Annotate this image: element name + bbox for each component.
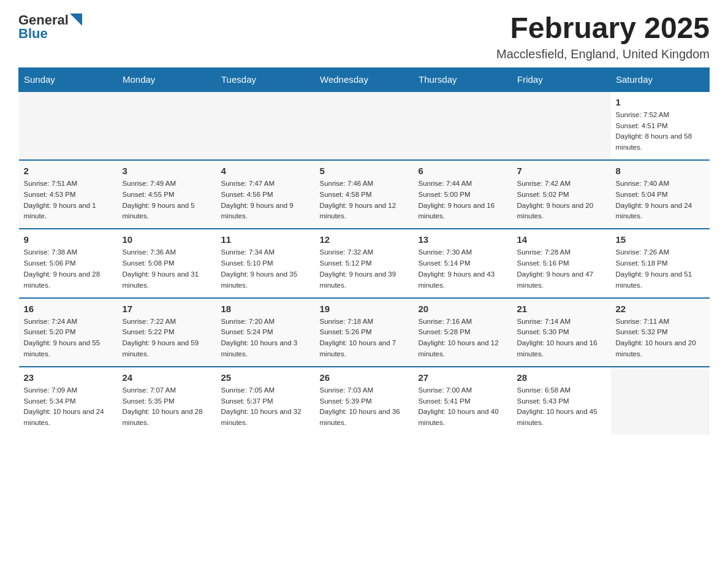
calendar-cell: 22Sunrise: 7:11 AMSunset: 5:32 PMDayligh…: [611, 298, 710, 367]
day-info: Sunrise: 7:47 AMSunset: 4:56 PMDaylight:…: [221, 178, 310, 222]
day-info: Sunrise: 7:40 AMSunset: 5:04 PMDaylight:…: [616, 178, 705, 222]
day-number: 21: [517, 304, 606, 314]
day-number: 9: [24, 234, 113, 245]
calendar-cell: 2Sunrise: 7:51 AMSunset: 4:53 PMDaylight…: [19, 160, 118, 229]
svg-marker-0: [70, 13, 82, 26]
day-number: 8: [616, 166, 705, 176]
day-number: 19: [320, 304, 409, 314]
day-info: Sunrise: 7:14 AMSunset: 5:30 PMDaylight:…: [517, 316, 606, 360]
day-info: Sunrise: 7:18 AMSunset: 5:26 PMDaylight:…: [320, 316, 409, 360]
calendar-cell: 3Sunrise: 7:49 AMSunset: 4:55 PMDaylight…: [118, 160, 216, 229]
day-info: Sunrise: 7:44 AMSunset: 5:00 PMDaylight:…: [419, 178, 507, 222]
calendar-cell: 21Sunrise: 7:14 AMSunset: 5:30 PMDayligh…: [512, 298, 611, 367]
logo-arrow-icon: [70, 13, 82, 26]
weekday-header-tuesday: Tuesday: [216, 67, 315, 91]
calendar-subtitle: Macclesfield, England, United Kingdom: [496, 47, 710, 61]
calendar-week-row: 23Sunrise: 7:09 AMSunset: 5:34 PMDayligh…: [19, 367, 710, 435]
day-number: 28: [517, 372, 606, 383]
calendar-cell: 27Sunrise: 7:00 AMSunset: 5:41 PMDayligh…: [414, 367, 512, 435]
day-info: Sunrise: 7:38 AMSunset: 5:06 PMDaylight:…: [24, 247, 113, 291]
day-info: Sunrise: 7:24 AMSunset: 5:20 PMDaylight:…: [24, 316, 113, 360]
day-info: Sunrise: 7:32 AMSunset: 5:12 PMDaylight:…: [320, 247, 409, 291]
calendar-cell: 9Sunrise: 7:38 AMSunset: 5:06 PMDaylight…: [19, 229, 118, 297]
calendar-week-row: 2Sunrise: 7:51 AMSunset: 4:53 PMDaylight…: [19, 160, 710, 229]
calendar-cell: [611, 367, 710, 435]
calendar-cell: 25Sunrise: 7:05 AMSunset: 5:37 PMDayligh…: [216, 367, 315, 435]
calendar-cell: 7Sunrise: 7:42 AMSunset: 5:02 PMDaylight…: [512, 160, 611, 229]
day-number: 18: [221, 304, 310, 314]
day-info: Sunrise: 7:42 AMSunset: 5:02 PMDaylight:…: [517, 178, 606, 222]
day-number: 6: [419, 166, 507, 176]
day-number: 14: [517, 234, 606, 245]
day-info: Sunrise: 7:20 AMSunset: 5:24 PMDaylight:…: [221, 316, 310, 360]
day-number: 12: [320, 234, 409, 245]
weekday-header-friday: Friday: [512, 67, 611, 91]
calendar-cell: 17Sunrise: 7:22 AMSunset: 5:22 PMDayligh…: [118, 298, 216, 367]
day-info: Sunrise: 7:03 AMSunset: 5:39 PMDaylight:…: [320, 385, 409, 429]
calendar-week-row: 16Sunrise: 7:24 AMSunset: 5:20 PMDayligh…: [19, 298, 710, 367]
calendar-week-row: 1Sunrise: 7:52 AMSunset: 4:51 PMDaylight…: [19, 91, 710, 160]
logo: General Blue: [18, 12, 82, 42]
calendar-cell: [216, 91, 315, 160]
weekday-header-thursday: Thursday: [414, 67, 512, 91]
day-number: 7: [517, 166, 606, 176]
day-info: Sunrise: 7:09 AMSunset: 5:34 PMDaylight:…: [24, 385, 113, 429]
calendar-body: 1Sunrise: 7:52 AMSunset: 4:51 PMDaylight…: [19, 91, 710, 435]
day-info: Sunrise: 7:49 AMSunset: 4:55 PMDaylight:…: [123, 178, 211, 222]
title-block: February 2025 Macclesfield, England, Uni…: [496, 12, 710, 61]
day-info: Sunrise: 7:16 AMSunset: 5:28 PMDaylight:…: [419, 316, 507, 360]
day-number: 20: [419, 304, 507, 314]
day-number: 25: [221, 372, 310, 383]
day-info: Sunrise: 7:07 AMSunset: 5:35 PMDaylight:…: [123, 385, 211, 429]
day-info: Sunrise: 7:52 AMSunset: 4:51 PMDaylight:…: [616, 110, 705, 153]
day-number: 26: [320, 372, 409, 383]
calendar-cell: [315, 91, 414, 160]
day-number: 4: [221, 166, 310, 176]
calendar-cell: 6Sunrise: 7:44 AMSunset: 5:00 PMDaylight…: [414, 160, 512, 229]
weekday-header-row: SundayMondayTuesdayWednesdayThursdayFrid…: [19, 67, 710, 91]
logo-blue-text: Blue: [18, 26, 48, 42]
calendar-cell: 11Sunrise: 7:34 AMSunset: 5:10 PMDayligh…: [216, 229, 315, 297]
day-info: Sunrise: 7:46 AMSunset: 4:58 PMDaylight:…: [320, 178, 409, 222]
day-number: 5: [320, 166, 409, 176]
calendar-week-row: 9Sunrise: 7:38 AMSunset: 5:06 PMDaylight…: [19, 229, 710, 297]
calendar-cell: 14Sunrise: 7:28 AMSunset: 5:16 PMDayligh…: [512, 229, 611, 297]
day-info: Sunrise: 6:58 AMSunset: 5:43 PMDaylight:…: [517, 385, 606, 429]
calendar-table: SundayMondayTuesdayWednesdayThursdayFrid…: [18, 67, 710, 435]
calendar-cell: 24Sunrise: 7:07 AMSunset: 5:35 PMDayligh…: [118, 367, 216, 435]
calendar-cell: [19, 91, 118, 160]
calendar-cell: [512, 91, 611, 160]
day-info: Sunrise: 7:00 AMSunset: 5:41 PMDaylight:…: [419, 385, 507, 429]
calendar-header: SundayMondayTuesdayWednesdayThursdayFrid…: [19, 67, 710, 91]
day-info: Sunrise: 7:22 AMSunset: 5:22 PMDaylight:…: [123, 316, 211, 360]
calendar-cell: 8Sunrise: 7:40 AMSunset: 5:04 PMDaylight…: [611, 160, 710, 229]
day-info: Sunrise: 7:05 AMSunset: 5:37 PMDaylight:…: [221, 385, 310, 429]
day-number: 11: [221, 234, 310, 245]
calendar-cell: 1Sunrise: 7:52 AMSunset: 4:51 PMDaylight…: [611, 91, 710, 160]
calendar-cell: 20Sunrise: 7:16 AMSunset: 5:28 PMDayligh…: [414, 298, 512, 367]
day-number: 15: [616, 234, 705, 245]
day-number: 16: [24, 304, 113, 314]
day-number: 10: [123, 234, 211, 245]
calendar-cell: 23Sunrise: 7:09 AMSunset: 5:34 PMDayligh…: [19, 367, 118, 435]
calendar-cell: 4Sunrise: 7:47 AMSunset: 4:56 PMDaylight…: [216, 160, 315, 229]
day-info: Sunrise: 7:51 AMSunset: 4:53 PMDaylight:…: [24, 178, 113, 222]
day-number: 1: [616, 97, 705, 107]
day-info: Sunrise: 7:36 AMSunset: 5:08 PMDaylight:…: [123, 247, 211, 291]
day-number: 2: [24, 166, 113, 176]
day-info: Sunrise: 7:26 AMSunset: 5:18 PMDaylight:…: [616, 247, 705, 291]
day-info: Sunrise: 7:34 AMSunset: 5:10 PMDaylight:…: [221, 247, 310, 291]
calendar-cell: [414, 91, 512, 160]
calendar-cell: 28Sunrise: 6:58 AMSunset: 5:43 PMDayligh…: [512, 367, 611, 435]
calendar-cell: 19Sunrise: 7:18 AMSunset: 5:26 PMDayligh…: [315, 298, 414, 367]
weekday-header-saturday: Saturday: [611, 67, 710, 91]
day-info: Sunrise: 7:28 AMSunset: 5:16 PMDaylight:…: [517, 247, 606, 291]
day-number: 23: [24, 372, 113, 383]
day-number: 27: [419, 372, 507, 383]
calendar-cell: 16Sunrise: 7:24 AMSunset: 5:20 PMDayligh…: [19, 298, 118, 367]
day-number: 13: [419, 234, 507, 245]
day-number: 22: [616, 304, 705, 314]
day-number: 17: [123, 304, 211, 314]
weekday-header-sunday: Sunday: [19, 67, 118, 91]
calendar-cell: 26Sunrise: 7:03 AMSunset: 5:39 PMDayligh…: [315, 367, 414, 435]
